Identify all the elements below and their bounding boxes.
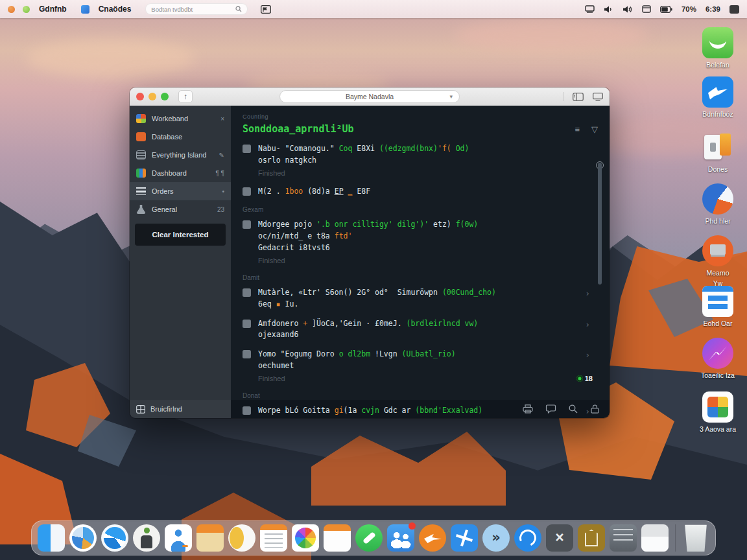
task-lines: Mutàrle, «Ltr' S6on() 2G° od° Simuröwpn …	[258, 288, 496, 309]
desktop-icon-notes[interactable]: Dones	[689, 132, 747, 173]
chevron-right-icon[interactable]: ›	[585, 288, 590, 298]
code-segment: ((edzgmd(bnx)	[379, 144, 438, 153]
chevron-right-icon[interactable]: ›	[585, 350, 590, 360]
menu-app-primary[interactable]: Gdnfnb	[36, 5, 69, 14]
sidebar-item-label: General	[152, 205, 177, 213]
main-content: Counting Sonddoaa_aprndli²Ub ≡ ▽ Nabu- "…	[231, 106, 610, 400]
sidebar-selected-item[interactable]: Clear Interested	[135, 224, 226, 246]
dock-item-booth[interactable]	[133, 524, 160, 552]
task-row: Mdorgee pojo '.b onr cilltigy' dilg')' e…	[243, 220, 576, 264]
task-checkbox[interactable]	[243, 350, 251, 358]
hamburger-menu-icon[interactable]: ≡	[575, 124, 580, 134]
task-checkbox[interactable]	[243, 406, 251, 415]
dock-item-gauge[interactable]	[514, 524, 541, 552]
dock-item-trash[interactable]	[682, 524, 709, 552]
dock-item-people[interactable]	[387, 524, 414, 552]
desktop-icon-doc[interactable]: Eohd Oar	[689, 286, 747, 327]
calendar-icon	[324, 524, 351, 552]
search-icon	[235, 6, 242, 12]
tools-icon	[451, 524, 478, 552]
dock-item-safari[interactable]	[101, 524, 128, 552]
dock-item-phone[interactable]	[355, 524, 383, 552]
sidebar-item-label: Everything Island	[152, 151, 206, 159]
dock-item-finder[interactable]	[38, 524, 65, 552]
desktop-icon-messenger[interactable]: Toaeilic Iza	[689, 338, 747, 379]
task-code-line: Nabu- "Comanogu." Coq E8Xi ((edzgmd(bnx)…	[258, 144, 469, 154]
task-checkbox[interactable]	[243, 220, 251, 229]
task-checkbox[interactable]	[243, 320, 251, 328]
section-label: Gexam	[243, 206, 576, 213]
sidebar-item-orders[interactable]: Orders•	[130, 182, 231, 200]
messenger-icon	[702, 338, 733, 369]
content-eyebrow: Counting	[243, 113, 598, 120]
sidebar-item-general[interactable]: General23	[130, 200, 231, 218]
display-window-icon[interactable]	[593, 93, 603, 101]
menu-app-secondary[interactable]: Cnaödes	[96, 5, 134, 14]
sidebar-item-database[interactable]: Database	[130, 128, 231, 146]
dock-item-notes2[interactable]	[260, 524, 287, 552]
pin-icon[interactable]: ✎	[219, 152, 224, 159]
sidebar-item-adornment: 23	[217, 206, 224, 213]
dock-item-sticker[interactable]	[228, 524, 255, 552]
task-row: Nabu- "Comanogu." Coq E8Xi ((edzgmd(bnx)…	[243, 144, 576, 177]
dock-item-tools[interactable]	[451, 524, 478, 552]
desktop-icon-smile[interactable]: Belefan	[689, 27, 747, 69]
task-row: Amfdonero + ]ÜoCa,'Gein · £0meJ. (brdlei…	[243, 319, 576, 340]
dock-item-arrows[interactable]: »	[482, 524, 510, 552]
code-segment: (brdleirlncd vw)	[407, 319, 479, 328]
zoom-window-button[interactable]	[161, 93, 169, 100]
volume-low-icon[interactable]	[604, 5, 613, 14]
pie-icon	[702, 183, 733, 215]
sidebar-item-workspace[interactable]: Workeband×	[130, 110, 231, 128]
desktop-icon-bird[interactable]: Bdnfnfbóz	[689, 76, 747, 118]
sidebar-item-dashboard[interactable]: Dashboard¶ ¶	[130, 164, 231, 182]
dock-item-gold[interactable]	[578, 524, 605, 552]
titlebar-dropdown[interactable]: Bayme Nadavla ▾	[279, 90, 460, 103]
volume-high-icon[interactable]	[622, 5, 633, 14]
menubar-search-field[interactable]: Bodtan tvdbdbt	[145, 3, 248, 15]
minimize-window-button[interactable]	[148, 93, 156, 100]
dock-item-bird2[interactable]	[419, 524, 446, 552]
desktop-icon-label: Bdnfnfbóz	[702, 110, 733, 118]
content-scrollbar[interactable]	[598, 163, 602, 285]
photos-icon	[292, 524, 319, 552]
sidebar-item-projects[interactable]: Everything Island✎	[130, 146, 231, 164]
window-menu-icon[interactable]	[642, 5, 651, 13]
dock-item-window[interactable]	[641, 524, 669, 552]
desktop-icon-colorgrid[interactable]: 3 Aaova ara	[689, 391, 747, 433]
dock-item-calendar[interactable]	[324, 524, 351, 552]
dock-item-term[interactable]	[610, 524, 637, 552]
display-menu-icon[interactable]	[585, 5, 595, 13]
statusbar-label: Bruicfirlnd	[150, 405, 182, 413]
task-checkbox[interactable]	[243, 145, 251, 153]
desktop-icon-label: Belefan	[706, 61, 729, 69]
task-row: Worpe bLó Goitta gi(1a cvjn Gdc ar (bbnd…	[243, 406, 576, 418]
dock-item-xdark[interactable]: ×	[546, 524, 573, 552]
task-checkbox[interactable]	[243, 187, 251, 196]
close-icon[interactable]: ×	[220, 115, 224, 122]
code-segment: oc/ni/mtd_ e t8a	[258, 231, 335, 240]
task-row: Yomo "Eogumg Doro o dl2bm !Lvgn (ULbatl_…	[243, 349, 576, 382]
sidebar-toggle-icon[interactable]	[573, 93, 584, 101]
dock-item-photos[interactable]	[292, 524, 319, 552]
desktop-icon-display[interactable]: MeamoYw	[689, 235, 747, 287]
code-segment: Worpe bLó Goitta	[258, 406, 335, 415]
gold-icon	[578, 524, 605, 552]
dock-item-folder[interactable]	[196, 524, 224, 552]
filter-icon[interactable]: ▽	[591, 124, 598, 134]
dock-item-contacts[interactable]	[165, 524, 192, 552]
code-segment: !Lvgn	[375, 349, 402, 358]
flag-menu-icon[interactable]	[261, 5, 271, 14]
window-titlebar[interactable]: ↑ Bayme Nadavla ▾	[130, 88, 610, 106]
code-segment: (ULbatl_rio)	[402, 349, 456, 358]
dock-item-maps[interactable]	[69, 524, 97, 552]
task-checkbox[interactable]	[243, 288, 251, 297]
sidebar-item-label: Dashboard	[152, 169, 187, 177]
folder-icon	[196, 524, 224, 552]
chevron-right-icon[interactable]: ›	[585, 320, 590, 329]
close-window-button[interactable]	[136, 93, 144, 100]
desktop-icon-pie[interactable]: Phd hler	[689, 183, 747, 225]
desktop-icons: BelefanBdnfnfbózDonesPhd hlerMeamoYwEohd…	[689, 0, 747, 560]
share-button[interactable]: ↑	[178, 90, 193, 103]
chevron-right-icon[interactable]: ›	[585, 406, 590, 416]
